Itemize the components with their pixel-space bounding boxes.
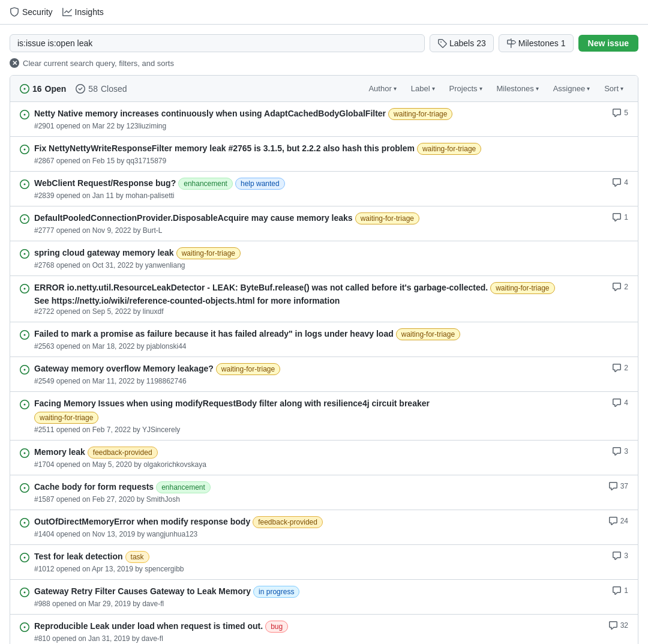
nav-security[interactable]: Security [10,5,53,19]
issue-open-icon [20,283,29,293]
security-label: Security [22,7,53,17]
comment-count[interactable]: 3 [612,551,628,561]
new-issue-button[interactable]: New issue [578,35,638,52]
issue-label[interactable]: waiting-for-triage [355,212,419,224]
issue-label[interactable]: in progress [253,586,299,598]
sort-filter[interactable]: Sort ▾ [599,82,628,95]
issue-label[interactable]: waiting-for-triage [417,143,481,155]
label-chevron: ▾ [432,85,435,92]
issue-meta: #2839 opened on Jan 11 by mohan-palisett… [34,191,607,200]
issue-meta: #988 opened on Mar 29, 2019 by dave-fl [34,600,607,608]
issue-label[interactable]: help wanted [235,178,285,190]
issue-row: Gateway memory overflow Memory leakage?w… [10,357,638,392]
header-filters: Author ▾ Label ▾ Projects ▾ Milestones ▾… [364,82,628,95]
projects-chevron: ▾ [479,85,482,92]
issue-row: Facing Memory Issues when using modifyRe… [10,392,638,441]
issue-title-row: DefaultPooledConnectionProvider.Disposab… [34,212,607,224]
issue-meta: #2867 opened on Feb 15 by qq31715879 [34,157,623,165]
issue-title[interactable]: WebClient Request/Response bug? [34,178,176,190]
milestones-filter-label: Milestones [518,38,559,48]
nav-insights[interactable]: Insights [62,5,104,19]
issue-row: DefaultPooledConnectionProvider.Disposab… [10,206,638,241]
issue-title-row: Gateway Retry Filter Causes Gateway to L… [34,586,607,598]
comment-count[interactable]: 3 [612,447,628,456]
closed-count: 58 [88,84,98,94]
issue-title[interactable]: Gateway memory overflow Memory leakage? [34,363,214,375]
issue-open-icon [20,517,29,528]
issue-label[interactable]: enhancement [178,178,233,190]
issue-label[interactable]: waiting-for-triage [34,412,98,424]
search-input[interactable] [10,34,425,52]
issue-title-line2: See https://netty.io/wiki/reference-coun… [34,296,607,305]
issue-open-icon [20,214,29,224]
issue-title[interactable]: Fix NettyNettyWriteResponseFilter memory… [34,143,415,155]
comment-count[interactable]: 2 [612,363,628,373]
issue-meta: #2563 opened on Mar 18, 2022 by pjablons… [34,342,623,351]
milestones-header-filter[interactable]: Milestones ▾ [492,82,544,95]
issue-label[interactable]: task [125,551,149,563]
issue-label[interactable]: enhancement [156,481,211,493]
issue-label[interactable]: waiting-for-triage [176,247,241,259]
issue-row: Test for leak detectiontask#1012 opened … [10,545,638,580]
issue-row: Gateway Retry Filter Causes Gateway to L… [10,580,638,615]
issue-open-icon [20,109,29,119]
milestones-chevron: ▾ [536,85,539,92]
issue-label[interactable]: feedback-provided [253,516,323,528]
comment-count[interactable]: 32 [608,621,628,630]
issue-content: Facing Memory Issues when using modifyRe… [34,398,607,434]
issue-meta: #2549 opened on Mar 11, 2022 by 11988627… [34,377,607,385]
issue-label[interactable]: feedback-provided [88,447,158,459]
issue-title-row: Cache body for form requestsenhancement [34,481,604,493]
comment-count[interactable]: 37 [608,481,628,491]
issue-title[interactable]: ERROR io.netty.util.ResourceLeakDetector… [34,282,488,294]
labels-filter-button[interactable]: Labels 23 [430,34,494,52]
issue-row: Memory leakfeedback-provided#1704 opened… [10,441,638,475]
comment-count[interactable]: 4 [612,178,628,187]
issue-row: ERROR io.netty.util.ResourceLeakDetector… [10,276,638,322]
issue-meta: #1704 opened on May 5, 2020 by olgakoric… [34,460,607,469]
issue-open-icon [20,448,29,458]
issue-meta: #2777 opened on Nov 9, 2022 by Burt-L [34,226,607,235]
issue-title[interactable]: Gateway Retry Filter Causes Gateway to L… [34,586,251,598]
closed-label: Closed [101,84,127,94]
issues-list: Netty Native memory increases continuous… [10,102,638,644]
issue-title[interactable]: DefaultPooledConnectionProvider.Disposab… [34,212,353,224]
issue-title[interactable]: Memory leak [34,447,85,459]
issue-right: 1 [612,586,628,595]
comment-count[interactable]: 1 [612,586,628,595]
comment-count[interactable]: 1 [612,212,628,222]
open-issues-count[interactable]: 16 Open [20,84,66,94]
issue-label[interactable]: waiting-for-triage [216,363,280,375]
label-filter[interactable]: Label ▾ [406,82,440,95]
comment-count[interactable]: 5 [612,108,628,118]
issue-row: Fix NettyNettyWriteResponseFilter memory… [10,137,638,172]
comment-count[interactable]: 4 [612,398,628,408]
issue-label[interactable]: waiting-for-triage [388,108,452,120]
labels-count: 23 [476,38,486,48]
issue-title[interactable]: OutOfDirectMemoryError when modify respo… [34,516,250,528]
issue-label[interactable]: waiting-for-triage [490,282,554,294]
comment-count[interactable]: 24 [608,516,628,526]
issue-title[interactable]: spring cloud gateway memory leak [34,247,174,259]
issue-label[interactable]: bug [265,621,288,633]
issue-title[interactable]: Failed to mark a promise as failure beca… [34,328,394,340]
issue-open-icon [20,552,29,562]
author-filter[interactable]: Author ▾ [364,82,401,95]
assignee-filter[interactable]: Assignee ▾ [548,82,595,95]
issue-title[interactable]: Reproducible Leak under load when reques… [34,621,263,633]
issue-label[interactable]: waiting-for-triage [396,328,460,340]
issue-content: ERROR io.netty.util.ResourceLeakDetector… [34,282,607,316]
issue-title[interactable]: Cache body for form requests [34,481,154,493]
issues-header: 16 Open 58 Closed Author ▾ [10,76,638,102]
issue-right: 37 [608,481,628,491]
projects-filter[interactable]: Projects ▾ [445,82,487,95]
issue-title[interactable]: Netty Native memory increases continuous… [34,108,386,120]
issue-open-icon [20,622,29,632]
issue-title-row: WebClient Request/Response bug?enhanceme… [34,178,607,190]
comment-count[interactable]: 2 [612,282,628,292]
clear-filter-row[interactable]: ✕ Clear current search query, filters, a… [10,58,638,68]
closed-issues-count[interactable]: 58 Closed [76,84,127,94]
issue-title[interactable]: Facing Memory Issues when using modifyRe… [34,398,430,410]
milestones-filter-button[interactable]: Milestones 1 [499,34,574,52]
issue-title[interactable]: Test for leak detection [34,551,123,563]
